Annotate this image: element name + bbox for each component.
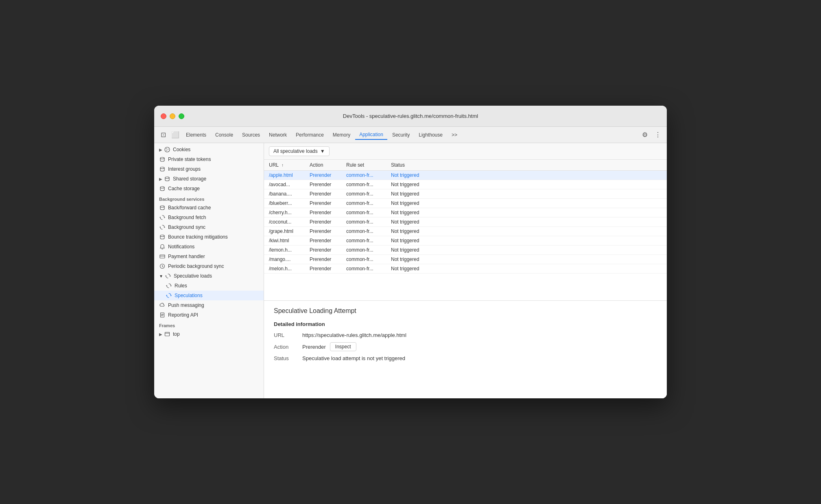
tab-console[interactable]: Console [211, 130, 237, 139]
sidebar-top-label: top [173, 331, 180, 337]
card-icon [159, 253, 166, 260]
tab-security[interactable]: Security [388, 130, 414, 139]
cell-action: Prerender [305, 236, 341, 245]
sidebar-shared-storage-label: Shared storage [173, 176, 206, 182]
tab-application[interactable]: Application [355, 130, 387, 140]
table-row[interactable]: /avocad... Prerender common-fr... Not tr… [264, 180, 667, 189]
detail-url-label: URL [274, 332, 302, 338]
cell-action: Prerender [305, 255, 341, 264]
minimize-button[interactable] [170, 113, 175, 119]
detail-status-value: Speculative load attempt is not yet trig… [302, 355, 405, 361]
cell-url: /grape.html [264, 227, 305, 236]
table-row[interactable]: /grape.html Prerender common-fr... Not t… [264, 227, 667, 236]
sidebar-background-sync-label: Background sync [168, 224, 205, 230]
tab-sources[interactable]: Sources [238, 130, 264, 139]
sidebar-item-payment-handler[interactable]: Payment handler [154, 252, 264, 261]
sync-icon-4 [166, 282, 172, 289]
sync-icon-5 [166, 292, 172, 299]
db-icon-2 [159, 166, 166, 172]
cell-action: Prerender [305, 189, 341, 199]
cell-url: /melon.h... [264, 264, 305, 274]
sidebar-item-speculations[interactable]: Speculations [154, 291, 264, 300]
svg-point-0 [165, 147, 170, 152]
cell-action: Prerender [305, 245, 341, 255]
sidebar-item-interest-groups[interactable]: Interest groups [154, 164, 264, 174]
tab-elements[interactable]: Elements [182, 130, 210, 139]
filter-dropdown[interactable]: All speculative loads ▼ [269, 146, 330, 156]
table-row[interactable]: /cherry.h... Prerender common-fr... Not … [264, 208, 667, 217]
tab-more[interactable]: >> [448, 130, 461, 139]
sidebar-push-messaging-label: Push messaging [168, 302, 204, 308]
detail-title: Speculative Loading Attempt [274, 307, 657, 315]
col-header-action[interactable]: Action [305, 160, 341, 171]
settings-icon[interactable]: ⚙ [639, 129, 651, 141]
sidebar-periodic-bg-sync-label: Periodic background sync [168, 263, 224, 269]
cell-action: Prerender [305, 199, 341, 208]
table-row[interactable]: /mango.... Prerender common-fr... Not tr… [264, 255, 667, 264]
detail-url-row: URL https://speculative-rules.glitch.me/… [274, 332, 657, 338]
sidebar-item-private-state-tokens[interactable]: Private state tokens [154, 154, 264, 164]
tab-performance[interactable]: Performance [292, 130, 328, 139]
close-button[interactable] [161, 113, 166, 119]
table-row[interactable]: /blueberr... Prerender common-fr... Not … [264, 199, 667, 208]
sidebar-item-background-fetch[interactable]: Background fetch [154, 213, 264, 222]
maximize-button[interactable] [179, 113, 184, 119]
col-header-url[interactable]: URL ↑ [264, 160, 305, 171]
filter-dropdown-label: All speculative loads [273, 148, 318, 154]
sidebar-item-notifications[interactable]: Notifications [154, 242, 264, 252]
table-row[interactable]: /banana.... Prerender common-fr... Not t… [264, 189, 667, 199]
sidebar-item-speculative-loads[interactable]: ▼ Speculative loads [154, 271, 264, 281]
sidebar-item-shared-storage[interactable]: ▶ Shared storage [154, 174, 264, 184]
detail-url-value: https://speculative-rules.glitch.me/appl… [302, 332, 406, 338]
expand-arrow: ▶ [159, 148, 162, 152]
inspect-element-icon[interactable]: ⊡ [157, 129, 169, 141]
sort-icon: ↑ [282, 163, 284, 167]
sidebar-reporting-api-label: Reporting API [168, 312, 198, 318]
table-row[interactable]: /coconut... Prerender common-fr... Not t… [264, 217, 667, 227]
svg-rect-10 [160, 255, 165, 258]
main-content: ▶ Cookies Private state tokens Interest … [154, 143, 667, 398]
detail-status-row: Status Speculative load attempt is not y… [274, 355, 657, 361]
db-icon [159, 156, 166, 163]
tab-lighthouse[interactable]: Lighthouse [415, 130, 447, 139]
detail-action-value: Prerender [302, 344, 326, 350]
sidebar-item-bounce-tracking[interactable]: Bounce tracking mitigations [154, 232, 264, 242]
cell-ruleset: common-fr... [341, 217, 386, 227]
table-row[interactable]: /melon.h... Prerender common-fr... Not t… [264, 264, 667, 274]
filter-bar: All speculative loads ▼ [264, 143, 667, 160]
device-toggle-icon[interactable]: ⬜ [170, 129, 181, 141]
sidebar-background-fetch-label: Background fetch [168, 215, 206, 220]
sidebar-item-push-messaging[interactable]: Push messaging [154, 300, 264, 310]
table-row[interactable]: /kiwi.html Prerender common-fr... Not tr… [264, 236, 667, 245]
sidebar-item-top[interactable]: ▶ top [154, 329, 264, 339]
devtools-window: DevTools - speculative-rules.glitch.me/c… [154, 106, 667, 398]
cell-action: Prerender [305, 180, 341, 189]
sidebar-item-cache-storage[interactable]: Cache storage [154, 184, 264, 193]
sidebar-notifications-label: Notifications [168, 244, 194, 250]
sidebar-bg-services-label: Background services [154, 193, 264, 203]
tab-memory[interactable]: Memory [329, 130, 354, 139]
tab-network[interactable]: Network [265, 130, 291, 139]
sidebar-item-periodic-background-sync[interactable]: Periodic background sync [154, 261, 264, 271]
sidebar-item-reporting-api[interactable]: Reporting API [154, 310, 264, 320]
inspect-button[interactable]: Inspect [330, 342, 356, 351]
cell-ruleset: common-fr... [341, 208, 386, 217]
col-header-ruleset[interactable]: Rule set [341, 160, 386, 171]
col-header-status[interactable]: Status [386, 160, 667, 171]
cell-ruleset: common-fr... [341, 180, 386, 189]
detail-action-row: Action Prerender Inspect [274, 342, 657, 351]
sidebar-item-cookies[interactable]: ▶ Cookies [154, 145, 264, 154]
expand-arrow-3: ▼ [159, 274, 163, 278]
sidebar-item-background-sync[interactable]: Background sync [154, 222, 264, 232]
cell-action: Prerender [305, 227, 341, 236]
table-row[interactable]: /lemon.h... Prerender common-fr... Not t… [264, 245, 667, 255]
sidebar-item-rules[interactable]: Rules [154, 281, 264, 291]
db-icon-6 [159, 234, 166, 240]
cell-action: Prerender [305, 217, 341, 227]
sidebar: ▶ Cookies Private state tokens Interest … [154, 143, 264, 398]
cookie-icon [164, 146, 170, 153]
expand-arrow-2: ▶ [159, 177, 162, 181]
sidebar-item-back-forward-cache[interactable]: Back/forward cache [154, 203, 264, 213]
more-options-icon[interactable]: ⋮ [652, 129, 664, 141]
table-row[interactable]: /apple.html Prerender common-fr... Not t… [264, 171, 667, 180]
